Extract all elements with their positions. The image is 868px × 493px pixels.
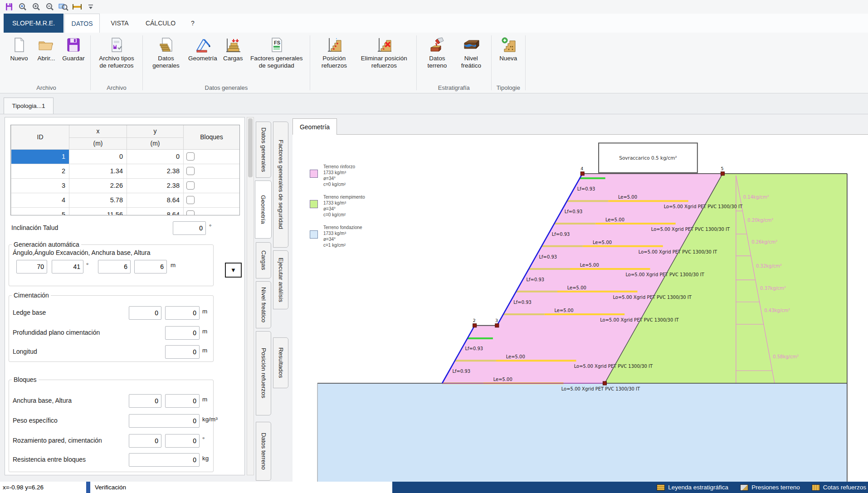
bloques-checkbox[interactable]	[186, 181, 195, 190]
bloques-checkbox[interactable]	[186, 167, 195, 175]
bloques-checkbox[interactable]	[186, 152, 195, 161]
anchor-length-label: Le=5.00	[567, 285, 586, 290]
rozamiento-input-1[interactable]	[129, 434, 161, 448]
row-id-cell[interactable]: 3	[11, 178, 69, 193]
generar-dropdown-button[interactable]: ▼	[225, 263, 242, 278]
peso-especifico-input[interactable]	[129, 414, 200, 428]
delete-reinforcement-position-icon	[375, 36, 393, 54]
canvas-tab-geometria[interactable]: Geometría	[293, 118, 337, 135]
geometria-button[interactable]: Geometría	[186, 34, 219, 64]
legend-friction-angle: ø=34°	[323, 206, 391, 212]
side-tab-posicion-refuerzos[interactable]: Posición refuerzos	[256, 331, 271, 415]
x-value-cell[interactable]: 5.78	[69, 193, 127, 207]
zoom-extents-icon[interactable]	[17, 1, 28, 12]
y-value-cell[interactable]: 8.64	[127, 207, 184, 215]
y-value-cell[interactable]: 2.38	[127, 164, 184, 178]
archivo-tipos-refuerzos-button[interactable]: Archivo tipos de refuerzos	[94, 34, 139, 71]
vertex-marker	[473, 324, 477, 327]
tab-calculo[interactable]: CÁLCULO	[140, 14, 181, 33]
side-tab-datos-generales[interactable]: Datos generales	[256, 122, 271, 178]
document-tab-tipologia[interactable]: Tipologia...1	[4, 98, 54, 114]
zoom-out-icon[interactable]	[44, 1, 55, 12]
zoom-window-icon[interactable]	[58, 1, 69, 12]
y-value-cell[interactable]: 0	[127, 149, 184, 164]
side-tab-cargas[interactable]: Cargas	[256, 242, 271, 278]
zoom-in-icon[interactable]	[31, 1, 42, 12]
anchura-base-input[interactable]	[98, 260, 131, 273]
tab-slope-mre[interactable]: SLOPE-M.R.E.	[4, 14, 63, 33]
bloques-checkbox[interactable]	[186, 210, 195, 215]
datos-generales-button[interactable]: Datos generales	[146, 34, 186, 71]
row-id-cell[interactable]: 5	[11, 207, 69, 215]
profundidad-plano-input[interactable]	[165, 326, 200, 340]
foundation-soil-region	[317, 383, 847, 482]
row-id-cell[interactable]: 2	[11, 164, 69, 178]
bloques-checkbox[interactable]	[186, 196, 195, 204]
x-value-cell[interactable]: 2.26	[69, 178, 127, 193]
geometry-canvas[interactable]: 0.14kg/cm²0.20kg/cm²0.26kg/cm²0.32kg/cm²…	[293, 134, 868, 482]
angulo-input[interactable]	[16, 260, 47, 273]
side-tab-resultados[interactable]: Resultados	[273, 337, 288, 388]
generacion-automatica-title: Generación automática	[12, 241, 81, 248]
generacion-fields-label: Ángulo,Ángulo Excavación, Anchura base, …	[13, 249, 151, 256]
ledge-base-input-2[interactable]	[165, 306, 200, 320]
bloques-group: Bloques Anchura base, Altura m Peso espe…	[9, 376, 214, 472]
x-value-cell[interactable]: 11.56	[69, 207, 127, 215]
measure-icon[interactable]	[72, 1, 83, 12]
inclinacion-talud-input[interactable]	[173, 221, 206, 235]
resistencia-input[interactable]	[129, 453, 200, 467]
bloque-altura-input[interactable]	[165, 394, 200, 408]
y-value-cell[interactable]: 8.64	[127, 193, 184, 207]
foundation-soil-swatch	[310, 230, 318, 239]
ledge-base-input-1[interactable]	[129, 306, 161, 320]
rozamiento-input-2[interactable]	[165, 434, 200, 448]
abrir-button[interactable]: Abrir...	[33, 34, 60, 64]
altura-input[interactable]	[134, 260, 167, 273]
side-tab-datos-terreno[interactable]: Datos terreno	[256, 422, 271, 481]
row-id-cell[interactable]: 1	[11, 149, 69, 164]
row-id-cell[interactable]: 4	[11, 193, 69, 207]
tab-datos[interactable]: DATOS	[64, 14, 100, 33]
cargas-button[interactable]: Cargas	[219, 34, 247, 64]
anchor-length-label: Le=5.00	[554, 308, 573, 313]
nueva-tipologia-button[interactable]: Nueva	[495, 34, 522, 64]
panel-scrollbar[interactable]	[247, 117, 254, 475]
legend-entry-fondazione: Terreno fondazione 1733 kg/m³ ø=34° c=1 …	[310, 225, 391, 248]
bloques-cell	[184, 164, 240, 178]
x-value-cell[interactable]: 0	[69, 149, 127, 164]
factores-seguridad-button[interactable]: FS Factores generales de seguridad	[247, 34, 307, 71]
new-typology-icon	[500, 36, 517, 54]
nuevo-button[interactable]: Nuevo	[5, 34, 33, 64]
toggle-leyenda-estratigrafica[interactable]: Leyenda estratigráfica	[657, 484, 728, 491]
column-header-y[interactable]: y	[127, 125, 184, 137]
column-header-id[interactable]: ID	[11, 125, 69, 149]
tab-help[interactable]: ?	[185, 14, 200, 33]
save-icon[interactable]	[4, 1, 15, 12]
x-value-cell[interactable]: 1.34	[69, 164, 127, 178]
longitud-input[interactable]	[165, 345, 200, 359]
pressure-label: 0.32kg/cm²	[756, 264, 782, 268]
guardar-button[interactable]: Guardar	[60, 34, 87, 64]
tab-vista[interactable]: VISTA	[103, 14, 136, 33]
ribbon-group-archivo-1: Nuevo Abrir... Guardar Archivo	[3, 33, 90, 93]
toggle-presiones-terreno[interactable]: Presiones terreno	[740, 484, 800, 491]
y-value-cell[interactable]: 2.38	[127, 178, 184, 193]
nivel-freatico-button[interactable]: Nivel freático	[454, 34, 488, 71]
reinforcement-file-icon	[108, 36, 125, 54]
scrollbar-thumb[interactable]	[248, 118, 253, 177]
posicion-refuerzos-button[interactable]: Posición refuerzos	[313, 34, 355, 71]
customize-toolbar-icon[interactable]	[85, 1, 96, 12]
side-tab-ejecutar-analisis[interactable]: Ejecutar análisis	[273, 250, 288, 309]
datos-terreno-button[interactable]: Datos terreno	[420, 34, 454, 71]
toggle-cotas-refuerzos[interactable]: Cotas refuerzos	[812, 484, 866, 491]
geometry-input-panel: ID x y Bloques (m) (m) 10021.342.3832.26…	[5, 117, 245, 475]
bloque-anchura-input[interactable]	[129, 394, 161, 408]
table-row: 511.568.64	[11, 207, 240, 215]
column-header-x[interactable]: x	[69, 125, 127, 137]
side-tab-nivel-freatico[interactable]: Nivel freático	[256, 281, 271, 328]
angulo-excavacion-input[interactable]	[52, 260, 83, 273]
side-tab-factores-generales[interactable]: Factores generales de seguridad	[273, 122, 288, 248]
column-header-bloques[interactable]: Bloques	[184, 125, 240, 149]
side-tab-geometria[interactable]: Geometría	[255, 181, 272, 239]
eliminar-posicion-refuerzos-button[interactable]: Eliminar posición refuerzos	[355, 34, 413, 71]
